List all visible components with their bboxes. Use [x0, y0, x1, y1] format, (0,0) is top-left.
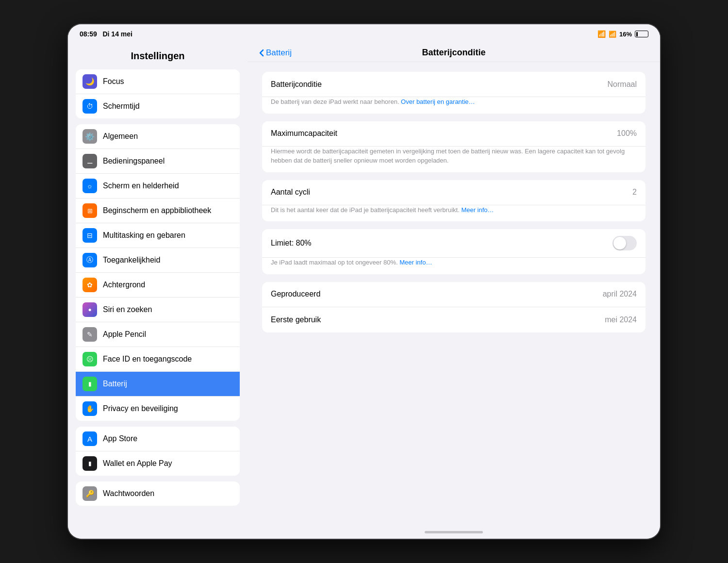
- sidebar-group-1: 🌙 Focus ⏱ Schermtijd: [76, 69, 240, 118]
- sidebar-item-display[interactable]: ☼ Scherm en helderheid: [76, 174, 240, 199]
- eerste-gebruik-value: mei 2024: [605, 315, 637, 324]
- cycles-description: Dit is het aantal keer dat de iPad je ba…: [262, 205, 645, 222]
- battery-icon: [635, 31, 648, 37]
- sidebar-item-control[interactable]: ⚊ Bedieningspaneel: [76, 149, 240, 174]
- status-time: 08:59: [80, 30, 97, 38]
- capacity-description: Hiermee wordt de batterijcapaciteit geme…: [262, 147, 645, 172]
- capacity-value: 100%: [617, 129, 637, 138]
- sidebar-item-homescreen[interactable]: ⊞ Beginscherm en appbibliotheek: [76, 199, 240, 223]
- detail-body: Batterijconditie Normaal De batterij van…: [248, 62, 660, 525]
- sidebar-item-wallet[interactable]: ▮ Wallet en Apple Pay: [76, 451, 240, 476]
- sidebar-label-faceid: Face ID en toegangscode: [103, 355, 192, 364]
- sidebar-label-wallpaper: Achtergrond: [103, 281, 145, 289]
- passwords-icon: 🔑: [83, 486, 97, 501]
- siri-icon: ●: [83, 302, 97, 317]
- sidebar-label-screentime: Schermtijd: [103, 102, 140, 111]
- sidebar-item-siri[interactable]: ● Siri en zoeken: [76, 298, 240, 322]
- detail-header: Batterij Batterijconditie: [248, 42, 660, 62]
- card-group-cycles: Aantal cycli 2 Dit is het aantal keer da…: [262, 180, 645, 222]
- sidebar-label-accessibility: Toegankelijkheid: [103, 256, 160, 265]
- display-icon: ☼: [83, 179, 97, 193]
- sidebar-item-accessibility[interactable]: Ⓐ Toegankelijkheid: [76, 248, 240, 273]
- sidebar-label-pencil: Apple Pencil: [103, 330, 146, 339]
- sidebar-label-focus: Focus: [103, 77, 124, 86]
- sidebar-item-appstore[interactable]: A App Store: [76, 427, 240, 451]
- screentime-icon: ⏱: [83, 99, 97, 114]
- battery-guarantee-link[interactable]: Over batterij en garantie…: [401, 98, 475, 105]
- wallet-icon: ▮: [83, 456, 97, 471]
- pencil-icon: ✎: [83, 327, 97, 342]
- batterijconditie-value: Normaal: [608, 80, 637, 89]
- sidebar-item-wallpaper[interactable]: ✿ Achtergrond: [76, 273, 240, 298]
- sidebar-title: Instellingen: [76, 46, 240, 69]
- home-bar: [425, 531, 483, 533]
- sidebar-group-4: 🔑 Wachtwoorden: [76, 481, 240, 506]
- limiet-toggle[interactable]: [612, 236, 637, 250]
- batterijconditie-description: De batterij van deze iPad werkt naar beh…: [262, 97, 645, 114]
- multitask-icon: ⊟: [83, 228, 97, 243]
- back-label: Batterij: [266, 48, 292, 58]
- card-row-eerste-gebruik: Eerste gebruik mei 2024: [262, 307, 645, 332]
- ipad-screen: 08:59 Di 14 mei 📶 📶 16% Instellingen: [68, 24, 660, 539]
- card-group-capacity: Maximumcapaciteit 100% Hiermee wordt de …: [262, 121, 645, 172]
- wifi-icon: 📶: [597, 30, 606, 38]
- appstore-icon: A: [83, 431, 97, 446]
- cycles-more-link[interactable]: Meer info…: [461, 206, 494, 214]
- card-group-limiet: Limiet: 80% Je iPad laadt maximaal op to…: [262, 229, 645, 274]
- status-time-date: 08:59 Di 14 mei: [80, 30, 132, 38]
- eerste-gebruik-label: Eerste gebruik: [271, 315, 321, 324]
- sidebar-label-siri: Siri en zoeken: [103, 305, 152, 314]
- general-icon: ⚙️: [83, 129, 97, 144]
- sidebar-label-multitask: Multitasking en gebaren: [103, 231, 185, 240]
- wallpaper-icon: ✿: [83, 278, 97, 292]
- limiet-more-link[interactable]: Meer info…: [399, 259, 432, 266]
- control-icon: ⚊: [83, 154, 97, 168]
- batterijconditie-label: Batterijconditie: [271, 80, 322, 89]
- status-icons: 📶 📶 16%: [597, 30, 648, 38]
- geproduceerd-value: april 2024: [603, 290, 637, 298]
- card-group-condition: Batterijconditie Normaal De batterij van…: [262, 72, 645, 114]
- sidebar-label-appstore: App Store: [103, 434, 137, 443]
- sidebar-label-wallet: Wallet en Apple Pay: [103, 459, 172, 468]
- back-chevron-icon: [259, 49, 264, 57]
- sidebar-item-focus[interactable]: 🌙 Focus: [76, 69, 240, 94]
- capacity-label: Maximumcapaciteit: [271, 129, 337, 138]
- cycles-label: Aantal cycli: [271, 188, 310, 197]
- sidebar-label-control: Bedieningspaneel: [103, 157, 165, 166]
- card-row-limiet: Limiet: 80%: [262, 229, 645, 258]
- sidebar-group-2: ⚙️ Algemeen ⚊ Bedieningspaneel ☼ Scherm …: [76, 124, 240, 421]
- battery-sidebar-icon: ▮: [83, 377, 97, 391]
- sidebar-label-homescreen: Beginscherm en appbibliotheek: [103, 206, 211, 215]
- sidebar-item-general[interactable]: ⚙️ Algemeen: [76, 124, 240, 149]
- cycles-value: 2: [632, 188, 637, 197]
- card-row-cycles: Aantal cycli 2: [262, 180, 645, 205]
- limiet-label: Limiet: 80%: [271, 239, 312, 248]
- homescreen-icon: ⊞: [83, 203, 97, 218]
- back-button[interactable]: Batterij: [259, 48, 292, 58]
- sidebar-item-passwords[interactable]: 🔑 Wachtwoorden: [76, 481, 240, 506]
- accessibility-icon: Ⓐ: [83, 253, 97, 267]
- limiet-description: Je iPad laadt maximaal op tot ongeveer 8…: [262, 258, 645, 274]
- sidebar: Instellingen 🌙 Focus ⏱ Schermtijd ⚙️: [68, 42, 248, 539]
- sidebar-item-faceid[interactable]: ☹ Face ID en toegangscode: [76, 347, 240, 372]
- home-indicator: [248, 525, 660, 539]
- battery-percent: 16%: [619, 31, 632, 38]
- geproduceerd-label: Geproduceerd: [271, 290, 320, 298]
- sidebar-item-battery[interactable]: ▮ Batterij: [76, 372, 240, 397]
- status-date: Di 14 mei: [102, 30, 132, 38]
- card-row-batterijconditie: Batterijconditie Normaal: [262, 72, 645, 97]
- privacy-icon: ✋: [83, 401, 97, 416]
- focus-icon: 🌙: [83, 74, 97, 89]
- card-row-capacity: Maximumcapaciteit 100%: [262, 121, 645, 147]
- sidebar-label-privacy: Privacy en beveiliging: [103, 404, 178, 413]
- sidebar-item-pencil[interactable]: ✎ Apple Pencil: [76, 322, 240, 347]
- sidebar-label-passwords: Wachtwoorden: [103, 489, 154, 498]
- sidebar-item-multitask[interactable]: ⊟ Multitasking en gebaren: [76, 223, 240, 248]
- detail-panel: Batterij Batterijconditie Batterijcondit…: [248, 42, 660, 539]
- sidebar-item-screentime[interactable]: ⏱ Schermtijd: [76, 94, 240, 118]
- detail-title: Batterijconditie: [259, 48, 648, 58]
- sidebar-group-3: A App Store ▮ Wallet en Apple Pay: [76, 427, 240, 476]
- sidebar-label-battery: Batterij: [103, 380, 127, 388]
- main-content: Instellingen 🌙 Focus ⏱ Schermtijd ⚙️: [68, 42, 660, 539]
- sidebar-item-privacy[interactable]: ✋ Privacy en beveiliging: [76, 397, 240, 421]
